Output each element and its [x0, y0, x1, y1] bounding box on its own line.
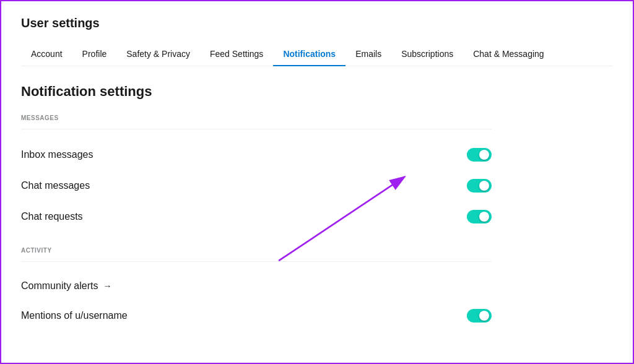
chat-messages-label: Chat messages	[21, 180, 90, 191]
messages-divider	[21, 129, 492, 129]
tab-feed-settings[interactable]: Feed Settings	[200, 43, 273, 66]
mentions-toggle[interactable]	[467, 309, 492, 323]
community-alerts-label: Community alerts →	[21, 280, 111, 292]
chat-messages-slider	[467, 179, 492, 193]
tab-subscriptions[interactable]: Subscriptions	[391, 43, 463, 66]
inbox-messages-label: Inbox messages	[21, 149, 93, 160]
tab-safety-privacy[interactable]: Safety & Privacy	[116, 43, 200, 66]
chat-requests-slider	[467, 210, 492, 223]
messages-section-label: MESSAGES	[21, 115, 492, 121]
chat-messages-toggle[interactable]	[467, 179, 492, 193]
notification-settings-title: Notification settings	[21, 84, 492, 100]
tab-emails[interactable]: Emails	[345, 43, 391, 66]
community-alerts-arrow-icon: →	[103, 281, 111, 291]
page-title: User settings	[21, 16, 613, 30]
navigation-tabs: Account Profile Safety & Privacy Feed Se…	[21, 43, 613, 66]
chat-messages-row: Chat messages	[21, 170, 492, 201]
activity-section: ACTIVITY Community alerts → Mentions of …	[21, 247, 492, 331]
messages-section: MESSAGES Inbox messages Chat messages	[21, 115, 492, 232]
inbox-messages-row: Inbox messages	[21, 139, 492, 170]
tab-notifications[interactable]: Notifications	[273, 43, 345, 66]
chat-requests-toggle[interactable]	[467, 210, 492, 223]
tab-chat-messaging[interactable]: Chat & Messaging	[463, 43, 554, 66]
chat-requests-row: Chat requests	[21, 201, 492, 232]
community-alerts-row[interactable]: Community alerts →	[21, 272, 492, 300]
mentions-label: Mentions of u/username	[21, 310, 128, 321]
tab-account[interactable]: Account	[21, 43, 72, 66]
settings-content: Notification settings MESSAGES Inbox mes…	[21, 84, 492, 331]
mentions-slider	[467, 309, 492, 323]
chat-requests-label: Chat requests	[21, 211, 83, 222]
activity-section-label: ACTIVITY	[21, 247, 492, 254]
mentions-row: Mentions of u/username	[21, 300, 492, 331]
tab-profile[interactable]: Profile	[72, 43, 117, 66]
inbox-messages-toggle[interactable]	[467, 148, 492, 162]
activity-divider	[21, 261, 492, 262]
inbox-messages-slider	[467, 148, 492, 162]
